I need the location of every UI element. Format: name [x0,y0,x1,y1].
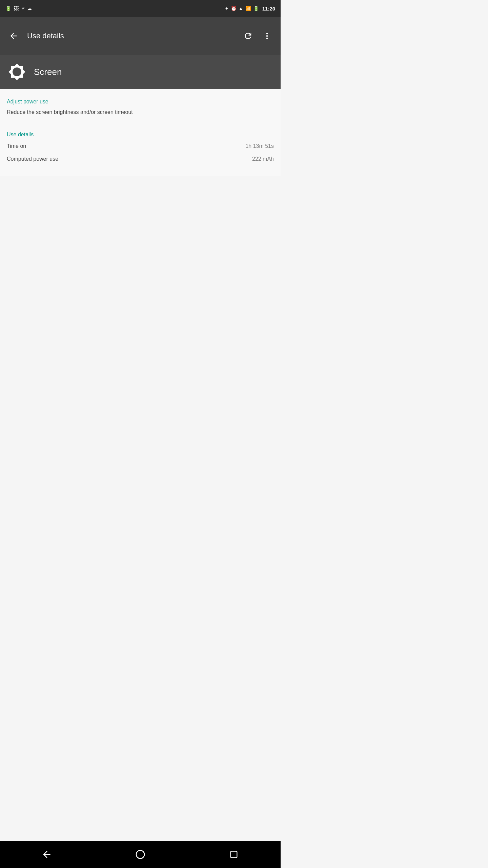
back-button[interactable] [5,28,22,44]
time-on-row: Time on 1h 13m 51s [0,140,281,153]
computed-power-label: Computed power use [7,156,58,162]
battery-status-icon: 🔋 [5,6,11,11]
screen-brightness-icon [7,62,27,82]
status-bar: 🔋 🖼 P ☁ ✦ ⏰ ▲ 📶 🔋 11:20 [0,0,281,17]
cloud-icon: ☁ [27,6,32,11]
adjust-power-use-description: Reduce the screen brightness and/or scre… [0,107,281,122]
computed-power-value: 222 mAh [252,156,274,162]
gallery-icon: 🖼 [14,6,19,11]
paypal-icon: P [21,6,24,11]
adjust-power-use-section: Adjust power use Reduce the screen brigh… [0,95,281,122]
adjust-power-use-title: Adjust power use [0,95,281,107]
screen-header: Screen [0,55,281,89]
refresh-button[interactable] [240,28,256,44]
use-details-section: Use details Time on 1h 13m 51s Computed … [0,122,281,171]
status-bar-right-icons: ✦ ⏰ ▲ 📶 🔋 11:20 [225,6,275,12]
page-title: Use details [27,32,235,40]
wifi-icon: ▲ [239,6,243,11]
signal-icon: 📶 [245,6,251,11]
alarm-icon: ⏰ [231,6,237,11]
app-bar: Use details [0,17,281,55]
bluetooth-icon: ✦ [225,6,229,11]
more-options-button[interactable] [259,28,275,44]
battery-icon: 🔋 [253,6,259,11]
time-on-value: 1h 13m 51s [245,143,274,149]
use-details-title: Use details [0,127,281,140]
time-display: 11:20 [262,6,275,12]
app-bar-actions [240,28,275,44]
screen-title: Screen [34,67,62,77]
time-on-label: Time on [7,143,26,149]
main-content: Adjust power use Reduce the screen brigh… [0,89,281,176]
computed-power-row: Computed power use 222 mAh [0,153,281,165]
status-bar-left-icons: 🔋 🖼 P ☁ [5,6,32,11]
